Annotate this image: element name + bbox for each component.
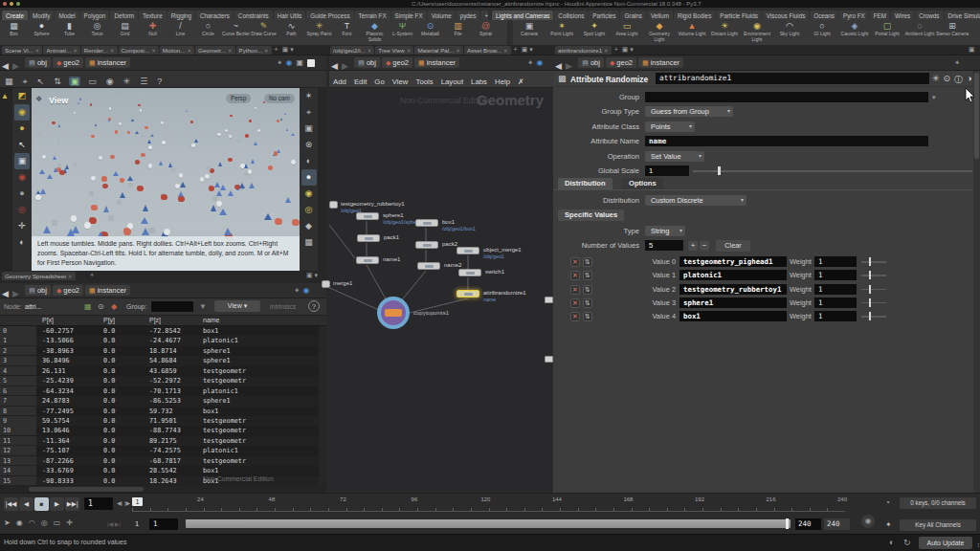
group-menu-icon[interactable]: ▾ [932, 94, 936, 101]
table-row[interactable]: 6-64.32340.0-70.1713platonic1 [0, 386, 319, 396]
shelf-tool-sky-light[interactable]: ◠Sky Light [773, 20, 806, 45]
select-arrow-icon[interactable]: ↖ [14, 137, 30, 153]
playback-range-slider[interactable] [186, 519, 791, 528]
pose-tool-icon[interactable]: ● [14, 121, 30, 137]
shelf-tool-volume-light[interactable]: ▲Volume Light [676, 20, 708, 45]
grab-hand-icon[interactable]: ✛ [14, 218, 30, 234]
pane-tab-asset-brow-[interactable]: Asset Brow...✕ [464, 46, 511, 55]
pane-layout-icon[interactable]: ▣ [967, 46, 977, 54]
recook-icon[interactable]: ↻ [903, 538, 911, 547]
translate-tool-icon[interactable]: ⇅ [52, 77, 63, 86]
lasso-select-icon[interactable]: ⌖ [21, 77, 30, 87]
shelf-tool-environment-light[interactable]: ◉Environment Light [741, 20, 773, 45]
table-row[interactable]: 0-60.27570.0-72.8542box1 [0, 326, 319, 336]
close-icon[interactable]: ✕ [264, 48, 269, 54]
forward-arrow-icon[interactable]: ▶ [342, 61, 348, 71]
network-node-testgeometry_rubbertoy1[interactable] [329, 201, 338, 209]
arc-scope-icon[interactable]: ◠ [29, 518, 35, 527]
radial-menu-icon[interactable]: ◉ [537, 57, 544, 68]
close-icon[interactable]: ✕ [228, 48, 233, 54]
integer-frames-icon[interactable]: ▭ [54, 518, 61, 527]
weight-input[interactable]: 1 [814, 298, 857, 308]
menu-layout[interactable]: Layout [441, 77, 463, 86]
crumb-obj[interactable]: ▤obj [354, 57, 380, 68]
shelf-tab-particles[interactable]: Particles [589, 11, 619, 20]
pane-tab-geometr-[interactable]: Geometr...✕ [195, 46, 235, 55]
count-input[interactable]: 5 [645, 240, 683, 251]
shelf-tab-terrain-fx[interactable]: Terrain FX [355, 11, 390, 20]
shelf-tool-spot-light[interactable]: ✦Spot Light [578, 20, 611, 45]
headlight-icon[interactable]: ◐ [301, 153, 317, 169]
attr-class-dropdown[interactable]: Points [645, 121, 695, 132]
shelf-tool-caustic-light[interactable]: ◈Caustic Light [838, 20, 871, 45]
value-input[interactable]: platonic1 [679, 270, 787, 280]
param-scrollbar[interactable] [973, 71, 980, 493]
tool-grid-icon[interactable]: ▦ [3, 77, 15, 86]
reorder-value-button[interactable]: ⇅ [583, 271, 592, 280]
search-icon[interactable]: ⊙ [944, 74, 951, 86]
keyframe-pointer-icon[interactable]: ➤ [4, 518, 11, 527]
shelf-tab--[interactable]: + [480, 11, 488, 20]
crumb-instancer[interactable]: ▦instancer [414, 57, 459, 68]
pane-tab-render-[interactable]: Render...✕ [81, 46, 118, 55]
play-button[interactable]: ▶ [50, 497, 64, 511]
table-row[interactable]: 426.1310.043.6859testgeometr [0, 366, 319, 376]
global-scale-input[interactable]: 1 [645, 165, 689, 176]
crumb-obj[interactable]: ▤obj [25, 285, 51, 296]
crumb-obj[interactable]: ▤obj [25, 57, 51, 68]
menu-view[interactable]: View [392, 77, 409, 86]
shelf-tool-box[interactable]: ▦Box [0, 20, 28, 45]
table-row[interactable]: 5-25.42390.0-52.2972testgeometr [0, 376, 319, 386]
type-dropdown[interactable]: String [645, 226, 685, 236]
close-icon[interactable] [3, 2, 7, 6]
global-end-field[interactable]: 240 [824, 518, 850, 530]
network-node-clipped[interactable] [545, 356, 553, 363]
operation-dropdown[interactable]: Set Value [645, 151, 704, 162]
shelf-tab-lights-and-cameras[interactable]: Lights and Cameras [492, 11, 553, 20]
menu-go[interactable]: Go [374, 77, 384, 86]
snapshot-icon[interactable]: ✶ [301, 88, 317, 104]
intrinsics-label[interactable]: intrinsics [270, 303, 296, 310]
jump-start-button[interactable]: |◀◀ [4, 497, 18, 511]
no-lighting-icon[interactable]: ⊗ [301, 137, 317, 153]
next-key-button[interactable]: |▶ [124, 499, 130, 506]
weight-slider[interactable] [861, 275, 886, 276]
shelf-tab-wires[interactable]: Wires [891, 11, 914, 20]
spreadsheet-hscrollbar[interactable] [0, 486, 326, 493]
view-cube-icon[interactable]: ▣ [297, 57, 304, 68]
pin-icon[interactable]: ⌖ [278, 57, 282, 68]
lock-camera-icon[interactable]: ▣ [301, 121, 317, 137]
pane-tab-material-pal-[interactable]: Material Pal...✕ [414, 46, 462, 55]
value-input[interactable]: box1 [679, 311, 787, 321]
weight-input[interactable]: 1 [814, 256, 857, 267]
pane-menu-icon[interactable]: ▣ ▾ [280, 46, 296, 55]
info-icon[interactable]: ⓘ [954, 74, 963, 86]
secure-selection-lock-icon[interactable]: ▣ [14, 153, 30, 169]
shelf-tab-oceans[interactable]: Oceans [810, 11, 838, 20]
remove-value-button[interactable]: − [700, 241, 709, 251]
no-cam-button[interactable]: No cam [264, 94, 295, 103]
group-type-dropdown[interactable]: Guess from Group [645, 106, 733, 117]
back-arrow-icon[interactable]: ◀ [555, 61, 562, 71]
shelf-tool-font[interactable]: TFont [333, 20, 361, 45]
render-flag-icon[interactable]: ◉ [104, 77, 116, 86]
weight-slider[interactable] [861, 316, 886, 318]
pane-tab-animati-[interactable]: Animati...✕ [43, 46, 79, 55]
help-icon[interactable]: ? [308, 300, 320, 312]
shelf-tab-pyro-fx[interactable]: Pyro FX [839, 11, 869, 20]
weight-slider-handle[interactable] [869, 271, 871, 279]
weight-input[interactable]: 1 [814, 284, 857, 295]
weight-slider[interactable] [861, 302, 886, 304]
network-node-copytopoints1[interactable] [377, 297, 410, 329]
shelf-tool-torus[interactable]: ◎Torus [83, 20, 111, 45]
network-node-sphere1[interactable] [356, 212, 379, 220]
new-tab-button[interactable]: + [88, 272, 96, 278]
group-filter-input[interactable] [151, 301, 193, 312]
menu-edit[interactable]: Edit [354, 77, 367, 86]
weight-input[interactable]: 1 [814, 270, 857, 280]
shelf-tool-spray-paint[interactable]: ✳Spray Paint [305, 20, 333, 45]
shelf-tab-vellum[interactable]: Vellum [647, 11, 673, 20]
shelf-tab-viscous-fluids[interactable]: Viscous Fluids [763, 11, 809, 20]
prev-key-button[interactable]: ◀| [117, 499, 122, 506]
delete-value-button[interactable]: ✕ [570, 285, 580, 295]
